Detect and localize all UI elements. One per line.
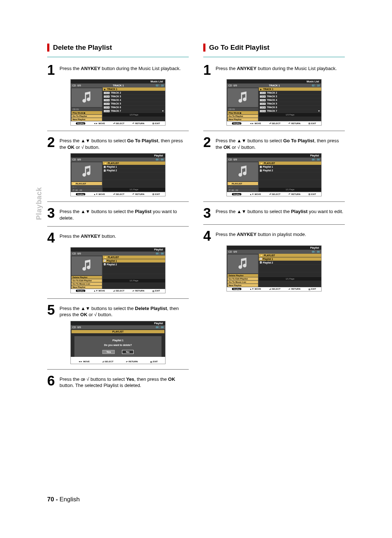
- page-footer: 70 - English: [47, 496, 80, 503]
- screenshot-footer: Anykey◄►MOVE⏎SELECT↶RETURN⊟EXIT: [71, 121, 165, 125]
- music-note-icon: [72, 88, 102, 107]
- screenshot-playlist-menu: Playlist CD6/900 : 00 Delete Playlist Go…: [226, 245, 322, 292]
- page-number: 70 -: [47, 496, 58, 503]
- confirm-dialog: Playlist 1 Do you want to delete? Yes No: [74, 336, 162, 357]
- screenshot-playlist: Playlist CD6/900 : 00 📁 PLAYLIST ♪ - - ⏱…: [226, 153, 322, 196]
- step-text: Press the ANYKEY button during the Music…: [60, 64, 181, 76]
- music-note-icon: [72, 162, 102, 181]
- screenshot-confirm-delete: Playlist CD6/900 : 00 PLAYLIST Playlist …: [70, 321, 166, 364]
- step-number: 1: [47, 64, 60, 76]
- divider: [47, 131, 189, 131]
- step: 1 Press the ANYKEY button during the Mus…: [47, 64, 189, 76]
- screenshot-music-list: Music List CD6/9TRACK 102 : 10 CD 01 Pla…: [70, 79, 166, 126]
- red-bar-icon: [203, 44, 205, 52]
- screenshot-playlist-menu: Playlist CD6/900 : 00 Delete Playlist Go…: [70, 247, 166, 293]
- yes-button: Yes: [102, 350, 115, 354]
- side-tab-playback: Playback: [35, 187, 43, 220]
- left-column: Delete the Playlist 1 Press the ANYKEY b…: [47, 44, 189, 392]
- section-heading: Delete the Playlist: [47, 44, 189, 52]
- cyan-rule: [47, 57, 189, 57]
- section-title: Delete the Playlist: [53, 44, 112, 52]
- screenshot-playlist: Playlist CD6/900 : 00 📁 PLAYLIST ♪ - - ⏱…: [70, 153, 166, 196]
- section-title: Go To Edit Playlist: [209, 44, 269, 52]
- manual-page: Playback Delete the Playlist 1 Press the…: [0, 0, 392, 538]
- screenshot-music-list: Music List CD6/9TRACK 102 : 10 CD 01 Pla…: [226, 79, 322, 126]
- right-column: Go To Edit Playlist 1 Press the ANYKEY b…: [203, 44, 345, 392]
- red-bar-icon: [47, 44, 49, 52]
- step: 2 Press the ▲▼ buttons to select Go To P…: [47, 136, 189, 150]
- page-language: English: [60, 496, 80, 503]
- no-button: No: [122, 350, 133, 354]
- content: Delete the Playlist 1 Press the ANYKEY b…: [47, 44, 345, 392]
